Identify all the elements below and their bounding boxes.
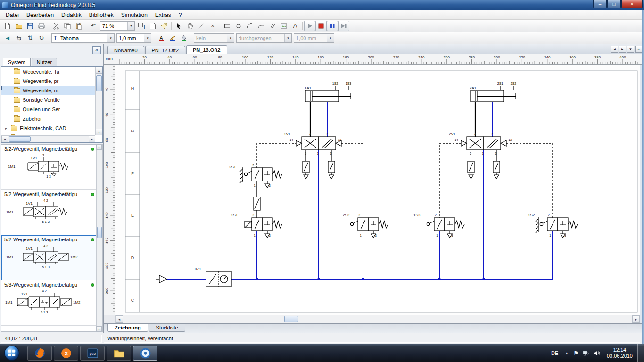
align-button[interactable]: ◄ (2, 33, 13, 43)
line-style-combo[interactable]: durchgezogen▼ (236, 33, 292, 43)
paste-button[interactable] (73, 21, 84, 31)
component-item-32-valve[interactable]: 3/2-Wegeventil, Magnetbetätigu 1V1 1M1 2… (1, 145, 102, 190)
show-desktop-button[interactable] (637, 344, 644, 362)
text-tool-button[interactable]: A (289, 21, 301, 31)
tab-stueckliste[interactable]: Stückliste (149, 324, 185, 332)
start-button[interactable] (4, 345, 20, 361)
scrollbar-thumb[interactable] (97, 227, 102, 238)
cut-button[interactable] (50, 21, 62, 31)
line-tool-button[interactable] (196, 21, 207, 31)
line-color-button[interactable] (167, 33, 178, 43)
network-icon[interactable] (580, 350, 591, 357)
dropdown-arrow-icon[interactable]: ▼ (107, 34, 114, 42)
note-button[interactable] (158, 21, 170, 31)
dropdown-arrow-icon[interactable]: ▼ (327, 34, 334, 42)
mirror-horizontal-button[interactable]: ⇆ (13, 33, 25, 43)
close-button[interactable]: × (621, 0, 643, 8)
taskbar-omegon-button[interactable] (133, 346, 157, 361)
tab-scroll-right-button[interactable]: ► (619, 46, 626, 53)
scroll-down-button[interactable]: ▼ (96, 326, 102, 332)
tab-scroll-left-button[interactable]: ◄ (611, 46, 618, 53)
zoom-level-combo[interactable]: 71 %▼ (100, 21, 135, 31)
open-button[interactable] (13, 21, 25, 31)
simulation-step-button[interactable] (338, 21, 349, 31)
pan-tool-button[interactable] (184, 21, 196, 31)
taskbar-xampp-button[interactable]: X (54, 346, 78, 361)
tree-item-selected[interactable]: Wegeventile, m (1, 86, 102, 95)
service-unit-0Z1[interactable] (206, 272, 231, 287)
simulation-pause-button[interactable] (327, 21, 338, 31)
scrollbar-thumb[interactable] (9, 136, 31, 142)
tree-item[interactable]: Quellen und Ser (1, 105, 102, 114)
simulation-play-button[interactable] (304, 21, 315, 31)
scroll-left-button[interactable]: ◄ (116, 315, 123, 323)
tab-zeichnung[interactable]: Zeichnung (107, 324, 148, 332)
fill-color-button[interactable] (178, 33, 190, 43)
select-tool-button[interactable] (173, 21, 184, 31)
component-list-scrollbar[interactable]: ▲ ▼ (96, 144, 102, 332)
font-color-button[interactable]: A (156, 33, 167, 43)
menu-didaktik[interactable]: Didaktik (58, 11, 85, 19)
rectangle-tool-button[interactable] (222, 21, 233, 31)
image-tool-button[interactable] (278, 21, 289, 31)
minimize-button[interactable]: – (593, 0, 607, 8)
menu-datei[interactable]: Datei (2, 11, 23, 19)
tree-item[interactable]: Wegeventile, pr (1, 76, 102, 86)
tree-item[interactable]: ▸Elektrotechnik, CAD (1, 123, 102, 133)
doc-tab-pn13[interactable]: PN_13.Oft2 (186, 45, 227, 54)
dropdown-arrow-icon[interactable]: ▼ (227, 34, 234, 42)
print-button[interactable] (36, 21, 47, 31)
dropdown-arrow-icon[interactable]: ▼ (144, 34, 151, 42)
menu-help[interactable]: ? (175, 11, 186, 19)
new-document-button[interactable] (2, 21, 13, 31)
scroll-right-button[interactable]: ► (632, 315, 640, 323)
scrollbar-thumb[interactable] (96, 75, 102, 91)
scroll-left-button[interactable]: ◄ (1, 136, 8, 142)
ellipse-tool-button[interactable] (233, 21, 244, 31)
doc-tab-pn12[interactable]: PN_12.Oft2 (145, 46, 185, 54)
tab-nutzer[interactable]: Nutzer (32, 58, 57, 66)
tree-item[interactable]: Sonstige Ventile (1, 95, 102, 105)
menu-simulation[interactable]: Simulation (117, 11, 151, 19)
copy-button[interactable] (62, 21, 73, 31)
line-width-combo[interactable]: 1,00 mm▼ (294, 33, 334, 43)
volume-icon[interactable] (591, 350, 602, 357)
dropdown-arrow-icon[interactable]: ▼ (127, 22, 134, 30)
scroll-down-button[interactable]: ▼ (96, 129, 102, 135)
tray-expand-icon[interactable]: ▲ (562, 351, 571, 355)
menu-bearbeiten[interactable]: Bearbeiten (23, 11, 58, 19)
title-bar[interactable]: Omegon Fluid Technology 2.0.8.5 – □ × (0, 0, 644, 10)
grid-size-combo[interactable]: 1,0 mm▼ (116, 33, 151, 43)
component-item-52-valve[interactable]: 5/2-Wegeventil, Magnetbetätigu 1V1 1M1 4… (1, 190, 102, 235)
font-combo[interactable]: TTahoma▼ (51, 33, 115, 43)
arc-tool-button[interactable] (244, 21, 256, 31)
delete-button[interactable]: × (207, 21, 218, 31)
undo-button[interactable]: ↶ (88, 21, 99, 31)
tab-list-button[interactable]: ▼ (627, 46, 634, 53)
tree-item[interactable]: Wegeventile, Ta (1, 67, 102, 76)
rotate-button[interactable]: ↻ (36, 33, 47, 43)
language-indicator[interactable]: DE (547, 350, 562, 356)
expander-icon[interactable]: ▸ (5, 126, 11, 131)
component-item-52-valve-impulse[interactable]: 5/2-Wegeventil, Magnetbetätigu 1V1 1M1 1… (1, 235, 102, 280)
collapse-panel-button[interactable]: « (92, 46, 101, 54)
tab-close-button[interactable]: × (635, 46, 642, 53)
curve-tool-button[interactable] (256, 21, 267, 31)
page-setup-button[interactable] (147, 21, 158, 31)
mirror-vertical-button[interactable]: ⇅ (25, 33, 36, 43)
tree-item[interactable]: Zubehör (1, 114, 102, 123)
action-center-icon[interactable]: ⚑ (571, 350, 580, 356)
zoom-window-button[interactable] (136, 21, 147, 31)
taskbar-pse-button[interactable]: pse (80, 346, 105, 361)
drawing-canvas[interactable]: HGFEDC (115, 65, 640, 315)
tab-system[interactable]: System (3, 58, 31, 66)
scroll-up-button[interactable]: ▲ (96, 67, 102, 74)
menu-extras[interactable]: Extras (151, 11, 175, 19)
canvas-horizontal-scrollbar[interactable]: ◄ ► (115, 315, 640, 323)
tree-vertical-scrollbar[interactable]: ▲ ▼ (95, 67, 102, 135)
taskbar-explorer-button[interactable] (107, 346, 131, 361)
scroll-up-button[interactable]: ▲ (96, 144, 102, 150)
fill-style-combo[interactable]: kein▼ (194, 33, 234, 43)
polyline-tool-button[interactable] (267, 21, 278, 31)
save-button[interactable] (25, 21, 36, 31)
